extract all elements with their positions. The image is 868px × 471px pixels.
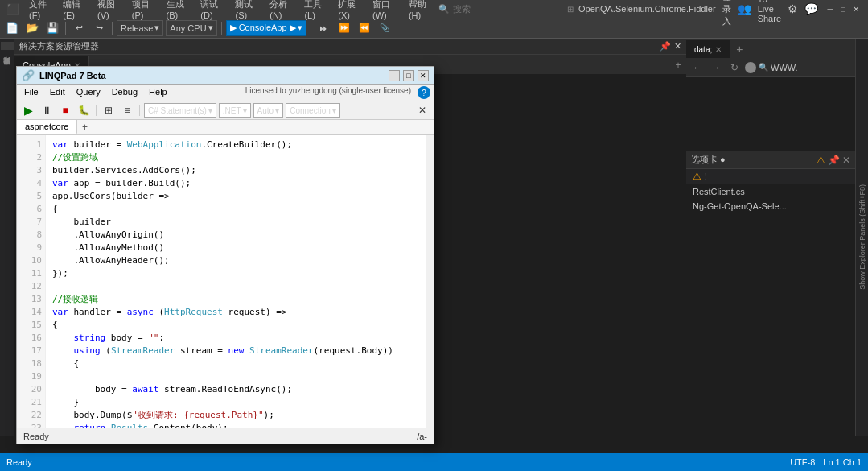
ngget-label: Ng-Get-OpenQA-Sele... <box>693 201 787 211</box>
login-label[interactable]: 登录 入 <box>722 0 731 27</box>
search-input[interactable] <box>453 4 564 14</box>
maximize-button[interactable]: □ <box>837 3 849 14</box>
run-dropdown[interactable]: ▶ ConsoleApp ▶ ▾ <box>226 20 306 36</box>
title-bar: ⬛ 文件(F) 编辑(E) 视图(V) 项目(P) 生成(B) 调试(D) 测试… <box>0 0 868 18</box>
settings-icon[interactable]: ⚙ <box>788 2 798 15</box>
attach-btn[interactable]: 📎 <box>376 20 393 36</box>
tab-add-btn[interactable]: + <box>670 56 686 74</box>
lq-auto-chevron: ▾ <box>275 106 279 115</box>
solution-explorer-toggle[interactable]: 解决方案资源管理器 <box>0 68 14 74</box>
query-tab-add[interactable]: + <box>77 120 92 134</box>
restclient-label: RestClient.cs <box>693 187 745 196</box>
ln-2: 2 <box>17 151 42 164</box>
code-line-11: }); <box>52 267 419 280</box>
close-button[interactable]: ✕ <box>850 3 862 14</box>
lq-sep1 <box>96 105 97 116</box>
lq-menu-debug[interactable]: Debug <box>108 86 142 99</box>
lq-debug-btn[interactable]: 🐛 <box>76 103 92 118</box>
code-line-20: body = await stream.ReadToEndAsync(); <box>52 383 419 396</box>
browser-content <box>686 77 855 151</box>
toolbar-open-btn[interactable]: 📂 <box>23 20 41 36</box>
menu-debug[interactable]: 调试(D) <box>195 0 225 22</box>
sep4 <box>311 22 311 35</box>
menu-test[interactable]: 测试(S) <box>230 0 260 22</box>
options-header: 选项卡 ● ⚠ 📌 ✕ <box>686 151 855 169</box>
lq-run-btn[interactable]: ▶ <box>20 103 36 118</box>
linqpad-minimize[interactable]: ─ <box>389 70 400 81</box>
menu-analyze[interactable]: 分析(N) <box>265 0 294 22</box>
linqpad-scrollbar[interactable] <box>426 135 434 428</box>
options-pin[interactable]: 📌 <box>828 155 840 166</box>
ln-22: 22 <box>17 409 42 422</box>
step-over-btn[interactable]: ⏭ <box>315 20 333 36</box>
linqpad-help-icon[interactable]: ? <box>418 86 430 99</box>
lq-menu-help[interactable]: Help <box>145 86 171 99</box>
code-line-6: { <box>52 203 419 216</box>
toolbar-new-btn[interactable]: 📄 <box>3 20 21 36</box>
run-label: ▶ ConsoleApp ▶ <box>230 23 296 33</box>
tab-data-close[interactable]: ✕ <box>715 45 722 54</box>
lq-connection-dropdown[interactable]: Connection ▾ <box>286 103 340 118</box>
release-label: Release <box>121 23 153 33</box>
vertical-panel-right[interactable]: Show Explorer Panels (Shift+F8) <box>855 39 868 436</box>
linqpad-status-right: /a- <box>417 432 427 441</box>
tab-data[interactable]: data; ✕ <box>686 40 730 58</box>
menu-file[interactable]: 文件(F) <box>24 0 53 22</box>
menu-build[interactable]: 生成(B) <box>162 0 191 22</box>
step-into-btn[interactable]: ⏩ <box>335 20 353 36</box>
lq-auto-label: Auto <box>257 106 274 115</box>
linqpad-toolbar: ▶ ⏸ ■ 🐛 ⊞ ≡ C# Statement(s) ▾ .NET ▾ Aut… <box>17 101 434 120</box>
lq-language-dropdown[interactable]: C# Statement(s) ▾ <box>144 103 216 118</box>
live-share-label[interactable]: 13 Live Share <box>758 0 781 23</box>
menu-window[interactable]: 窗口(W) <box>368 0 399 22</box>
sol-close-icon[interactable]: ✕ <box>674 41 681 52</box>
lq-auto-dropdown[interactable]: Auto ▾ <box>253 103 284 118</box>
ln-16: 16 <box>17 332 42 345</box>
lq-stop-btn[interactable]: ■ <box>57 103 73 118</box>
lq-menu-edit[interactable]: Edit <box>46 86 69 99</box>
linqpad-close[interactable]: ✕ <box>418 70 429 81</box>
lq-close-btn[interactable]: ✕ <box>414 103 430 118</box>
panel-item-ngget[interactable]: Ng-Get-OpenQA-Sele... <box>686 199 855 213</box>
nav-back-btn[interactable]: ← <box>689 60 706 76</box>
query-tab-aspnetcore[interactable]: aspnetcore <box>17 120 77 134</box>
menu-help[interactable]: 帮助(H) <box>404 0 434 22</box>
menu-tools[interactable]: 工具(L) <box>299 0 328 22</box>
loading-indicator <box>745 62 756 73</box>
linqpad-title-text: LINQPad 7 Beta <box>39 71 106 81</box>
panel-item-restclient[interactable]: RestClient.cs <box>686 184 855 199</box>
menu-extensions[interactable]: 扩展(X) <box>333 0 363 22</box>
lq-grid-btn[interactable]: ⊞ <box>101 103 117 118</box>
step-out-btn[interactable]: ⏪ <box>356 20 373 36</box>
lq-menu-file[interactable]: File <box>20 86 43 99</box>
minimize-button[interactable]: ─ <box>825 3 836 14</box>
menu-project[interactable]: 项目(P) <box>127 0 157 22</box>
refresh-btn[interactable]: ↻ <box>726 60 743 76</box>
lq-lang-chevron: ▾ <box>208 106 212 115</box>
lq-menu-query[interactable]: Query <box>72 86 105 99</box>
status-text: Ready <box>6 457 32 467</box>
nav-forward-btn[interactable]: → <box>708 60 724 76</box>
cpu-dropdown[interactable]: Any CPU ▾ <box>166 20 216 36</box>
lq-pause-btn[interactable]: ⏸ <box>39 103 55 118</box>
ln-23: 23 <box>17 422 42 428</box>
lq-dotnet-dropdown[interactable]: .NET ▾ <box>219 103 251 118</box>
ln-9: 9 <box>17 242 42 254</box>
undo-btn[interactable]: ↩ <box>70 20 88 36</box>
status-encoding: UTF-8 <box>790 457 815 467</box>
options-close[interactable]: ✕ <box>842 155 850 166</box>
menu-edit[interactable]: 编辑(E) <box>58 0 88 22</box>
pin-icon[interactable]: 📌 <box>660 41 671 52</box>
linqpad-status: Ready /a- <box>17 428 434 444</box>
data-tab-add[interactable]: + <box>730 40 748 58</box>
code-line-13: //接收逻辑 <box>52 293 419 306</box>
release-dropdown[interactable]: Release ▾ <box>117 20 163 36</box>
linqpad-maximize[interactable]: □ <box>403 70 414 81</box>
code-line-5: app.UseCors(builder => <box>52 190 419 203</box>
menu-view[interactable]: 视图(V) <box>93 0 122 22</box>
lq-list-btn[interactable]: ≡ <box>119 103 135 118</box>
code-content[interactable]: var builder = WebApplication.CreateBuild… <box>46 135 426 428</box>
toolbar-save-btn[interactable]: 💾 <box>43 20 61 36</box>
feedback-icon[interactable]: 💬 <box>804 2 818 15</box>
redo-btn[interactable]: ↪ <box>90 20 108 36</box>
